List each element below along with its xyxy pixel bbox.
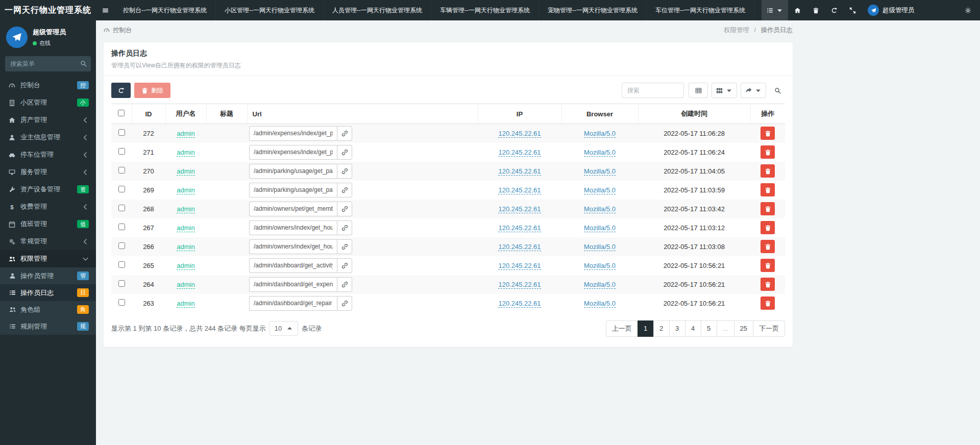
- row-delete-button[interactable]: [761, 221, 775, 234]
- page-number-button[interactable]: 2: [653, 320, 670, 337]
- tabs-dropdown-button[interactable]: [762, 0, 788, 20]
- sidebar-item[interactable]: 停车位管理: [0, 146, 96, 163]
- ip-link[interactable]: 120.245.22.61: [498, 149, 541, 157]
- topnav-tab[interactable]: 小区管理--一网天行物业管理系统: [216, 0, 324, 20]
- topnav-tab[interactable]: 人员管理--一网天行物业管理系统: [324, 0, 431, 20]
- ip-link[interactable]: 120.245.22.61: [498, 262, 541, 270]
- user-menu[interactable]: 超级管理员: [862, 0, 921, 20]
- sidebar-subitem[interactable]: 角色组角: [0, 301, 96, 318]
- sidebar-item[interactable]: 常规管理: [0, 233, 96, 250]
- browser-link[interactable]: Mozilla/5.0: [584, 243, 616, 251]
- row-checkbox[interactable]: [118, 224, 125, 230]
- url-input[interactable]: [249, 239, 337, 254]
- url-input[interactable]: [249, 220, 337, 235]
- ip-link[interactable]: 120.245.22.61: [498, 186, 541, 194]
- sidebar-item[interactable]: 控制台控: [0, 77, 96, 94]
- url-input[interactable]: [249, 258, 337, 273]
- username-link[interactable]: admin: [177, 224, 194, 232]
- page-number-button[interactable]: 4: [685, 320, 701, 337]
- browser-link[interactable]: Mozilla/5.0: [584, 205, 616, 213]
- export-button[interactable]: [741, 83, 766, 98]
- browser-link[interactable]: Mozilla/5.0: [584, 281, 616, 289]
- table-search-input[interactable]: [622, 83, 684, 98]
- url-link-button[interactable]: [337, 220, 352, 235]
- row-checkbox[interactable]: [118, 167, 125, 174]
- sidebar-item[interactable]: 服务管理: [0, 163, 96, 181]
- browser-link[interactable]: Mozilla/5.0: [584, 186, 616, 194]
- row-delete-button[interactable]: [761, 296, 775, 310]
- url-input[interactable]: [249, 183, 337, 197]
- toggle-view-button[interactable]: [689, 83, 708, 98]
- row-delete-button[interactable]: [761, 278, 775, 291]
- row-checkbox[interactable]: [118, 242, 125, 249]
- topnav-tab[interactable]: 车辆管理--一网天行物业管理系统: [431, 0, 539, 20]
- page-number-button[interactable]: 1: [638, 320, 654, 337]
- username-link[interactable]: admin: [177, 281, 194, 289]
- topnav-tab[interactable]: 控制台--一网天行物业管理系统: [114, 0, 216, 20]
- browser-link[interactable]: Mozilla/5.0: [584, 262, 616, 270]
- row-delete-button[interactable]: [761, 259, 775, 272]
- username-link[interactable]: admin: [177, 300, 194, 308]
- row-delete-button[interactable]: [761, 183, 775, 196]
- username-link[interactable]: admin: [177, 186, 194, 194]
- clear-cache-button[interactable]: [806, 0, 825, 20]
- username-link[interactable]: admin: [177, 167, 194, 176]
- row-checkbox[interactable]: [118, 186, 125, 192]
- row-checkbox[interactable]: [118, 129, 125, 136]
- row-delete-button[interactable]: [761, 145, 775, 159]
- refresh-cache-button[interactable]: [825, 0, 843, 20]
- row-checkbox[interactable]: [118, 261, 125, 268]
- search-icon[interactable]: [80, 60, 87, 67]
- browser-link[interactable]: Mozilla/5.0: [584, 149, 616, 157]
- row-checkbox[interactable]: [118, 205, 125, 211]
- breadcrumb-home[interactable]: 控制台: [104, 26, 132, 35]
- columns-button[interactable]: [712, 83, 737, 98]
- sidebar-item[interactable]: 资产设备管理资: [0, 181, 96, 198]
- row-checkbox[interactable]: [118, 280, 125, 287]
- row-delete-button[interactable]: [761, 164, 775, 178]
- url-link-button[interactable]: [337, 145, 352, 160]
- url-input[interactable]: [249, 164, 337, 179]
- username-link[interactable]: admin: [177, 243, 194, 251]
- username-link[interactable]: admin: [177, 149, 194, 157]
- sidebar-item[interactable]: 权限管理: [0, 250, 96, 267]
- url-input[interactable]: [249, 126, 337, 141]
- topnav-tab[interactable]: 车位管理--一网天行物业管理系统: [647, 0, 754, 20]
- row-checkbox[interactable]: [118, 148, 125, 155]
- sidebar-item[interactable]: 小区管理小: [0, 94, 96, 111]
- url-input[interactable]: [249, 277, 337, 292]
- sidebar-toggle-button[interactable]: [96, 0, 114, 20]
- url-link-button[interactable]: [337, 183, 352, 197]
- delete-button[interactable]: 删除: [134, 83, 170, 98]
- sidebar-subitem[interactable]: 操作员管理管: [0, 267, 96, 284]
- ip-link[interactable]: 120.245.22.61: [498, 130, 541, 138]
- ip-link[interactable]: 120.245.22.61: [498, 300, 541, 308]
- settings-button[interactable]: [959, 0, 977, 20]
- ip-link[interactable]: 120.245.22.61: [498, 205, 541, 213]
- sidebar-item[interactable]: 房产管理: [0, 111, 96, 129]
- sidebar-search-input[interactable]: [5, 56, 91, 71]
- url-link-button[interactable]: [337, 239, 352, 254]
- url-input[interactable]: [249, 202, 337, 216]
- prev-page-button[interactable]: 上一页: [606, 320, 638, 337]
- ip-link[interactable]: 120.245.22.61: [498, 281, 541, 289]
- page-size-select[interactable]: 10: [270, 321, 298, 336]
- row-delete-button[interactable]: [761, 127, 775, 140]
- url-input[interactable]: [249, 145, 337, 160]
- username-link[interactable]: admin: [177, 130, 194, 138]
- browser-link[interactable]: Mozilla/5.0: [584, 224, 616, 232]
- url-link-button[interactable]: [337, 202, 352, 216]
- url-link-button[interactable]: [337, 277, 352, 292]
- sidebar-subitem[interactable]: 规则管理规: [0, 318, 96, 335]
- row-delete-button[interactable]: [761, 240, 775, 253]
- topnav-tab[interactable]: 宠物管理--一网天行物业管理系统: [539, 0, 647, 20]
- page-number-button[interactable]: 25: [734, 320, 753, 337]
- sidebar-item[interactable]: 业主信息管理: [0, 129, 96, 146]
- row-checkbox[interactable]: [118, 299, 125, 306]
- refresh-button[interactable]: [111, 83, 131, 98]
- browser-link[interactable]: Mozilla/5.0: [584, 130, 616, 138]
- page-number-button[interactable]: 3: [669, 320, 685, 337]
- url-link-button[interactable]: [337, 296, 352, 311]
- page-number-button[interactable]: 5: [701, 320, 717, 337]
- browser-link[interactable]: Mozilla/5.0: [584, 167, 616, 176]
